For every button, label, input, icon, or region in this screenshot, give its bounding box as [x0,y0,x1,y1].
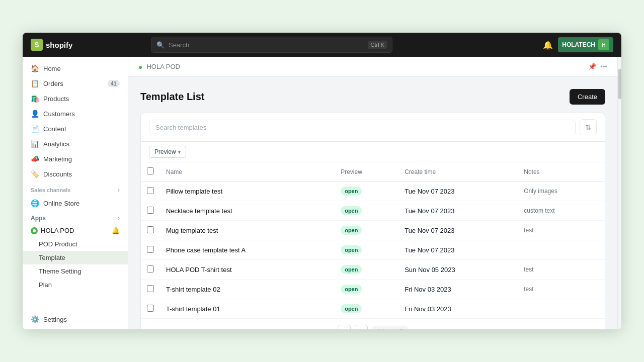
sidebar-item-analytics[interactable]: 📊 Analytics [23,136,128,151]
scrollbar-thumb[interactable] [618,69,621,99]
settings-label: Settings [43,316,67,323]
pin-icon[interactable]: 📌 [588,63,596,70]
sidebar-item-home[interactable]: 🏠 Home [23,61,128,76]
discounts-icon: 🏷️ [31,170,39,178]
row-checkbox-0[interactable] [147,187,154,194]
row-preview-3[interactable]: open [335,240,398,260]
row-name-1[interactable]: Necklace template test [160,201,335,221]
shopify-logo[interactable]: S shopify [31,39,72,51]
apps-section-header: Apps › [23,211,128,224]
sidebar-item-hola-pod[interactable]: HOLA POD 🔔 [23,224,128,237]
row-checkbox-cell [141,299,160,319]
hola-pod-dot-icon [31,227,38,234]
content-area: ● HOLA POD 📌 ••• Template List Create [128,57,617,329]
row-notes-6 [518,299,605,319]
row-preview-1[interactable]: open [335,201,398,221]
row-create-time-2: Tue Nov 07 2023 [398,221,518,240]
row-preview-4[interactable]: open [335,260,398,280]
sidebar-item-plan[interactable]: Plan [23,278,128,292]
search-icon: 🔍 [156,41,165,49]
row-name-2[interactable]: Mug template test [160,221,335,240]
sidebar-label-orders: Orders [43,80,63,87]
non-transferable-item[interactable]: ℹ️ Non-transferable [23,327,128,329]
table-row[interactable]: Pillow template test open Tue Nov 07 202… [141,182,605,201]
sidebar-item-online-store[interactable]: 🌐 Online Store [23,196,128,211]
sidebar: 🏠 Home 📋 Orders 41 🛍️ Products 👤 Custome… [23,57,128,329]
row-preview-0[interactable]: open [335,182,398,201]
sidebar-item-content[interactable]: 📄 Content [23,121,128,136]
select-all-checkbox[interactable] [147,167,154,174]
sidebar-item-customers[interactable]: 👤 Customers [23,106,128,121]
customers-icon: 👤 [31,110,39,118]
column-notes: Notes [518,162,605,182]
template-search-input[interactable] [149,120,576,135]
row-preview-5[interactable]: open [335,280,398,299]
template-table: Name Preview Create time Notes Pillow te… [141,162,605,318]
row-create-time-0: Tue Nov 07 2023 [398,182,518,201]
sidebar-item-pod-product[interactable]: POD Product [23,237,128,251]
row-name-3[interactable]: Phone case template test A [160,240,335,260]
more-options-icon[interactable]: ••• [600,63,607,70]
row-preview-2[interactable]: open [335,221,398,240]
breadcrumb-app-name: HOLA POD [146,63,180,70]
sidebar-item-products[interactable]: 🛍️ Products [23,91,128,106]
apps-expand-icon: › [118,215,120,222]
scrollbar[interactable] [617,57,621,329]
row-name-5[interactable]: T-shirt template 02 [160,280,335,299]
preview-filter-button[interactable]: Preview ▾ [149,146,186,158]
template-search-wrap [149,120,576,135]
row-name-0[interactable]: Pillow template test [160,182,335,201]
row-notes-4: test [518,260,605,280]
row-checkbox-cell [141,221,160,240]
row-checkbox-4[interactable] [147,265,154,273]
breadcrumb-bar: ● HOLA POD 📌 ••• [128,57,617,77]
sidebar-item-theme-setting[interactable]: Theme Setting [23,264,128,278]
row-checkbox-2[interactable] [147,226,154,233]
row-checkbox-cell [141,280,160,299]
sidebar-label-discounts: Discounts [43,170,72,178]
preview-filter-label: Preview [154,148,176,155]
notification-bell-icon[interactable]: 🔔 [543,40,553,50]
row-checkbox-3[interactable] [147,246,154,253]
table-row[interactable]: T-shirt template 01 open Fri Nov 03 2023 [141,299,605,319]
row-checkbox-5[interactable] [147,285,154,292]
sort-button[interactable]: ⇅ [580,119,597,135]
table-row[interactable]: HOLA POD T-shirt test open Sun Nov 05 20… [141,260,605,280]
sidebar-label-home: Home [43,65,61,72]
search-input[interactable] [169,41,364,49]
search-shortcut: Ctrl K [368,41,387,49]
pagination-info: 1/1 total:7 [372,326,409,329]
account-badge[interactable]: HOLATECH H [558,37,613,52]
top-navigation: S shopify 🔍 Ctrl K 🔔 HOLATECH H [23,33,621,57]
row-name-4[interactable]: HOLA POD T-shirt test [160,260,335,280]
sidebar-item-settings[interactable]: ⚙️ Settings [23,312,128,327]
sidebar-item-orders[interactable]: 📋 Orders 41 [23,76,128,91]
prev-page-button[interactable]: ‹ [338,325,351,329]
row-preview-6[interactable]: open [335,299,398,319]
table-row[interactable]: Phone case template test A open Tue Nov … [141,240,605,260]
row-checkbox-1[interactable] [147,207,154,214]
table-row[interactable]: Mug template test open Tue Nov 07 2023 t… [141,221,605,240]
account-label: HOLATECH [562,41,595,48]
sales-channels-section: Sales channels › [23,182,128,196]
row-name-6[interactable]: T-shirt template 01 [160,299,335,319]
search-bar[interactable]: 🔍 Ctrl K [151,37,392,53]
create-button[interactable]: Create [570,89,605,105]
main-area: 🏠 Home 📋 Orders 41 🛍️ Products 👤 Custome… [23,57,621,329]
next-page-button[interactable]: › [355,325,368,329]
sales-channels-arrow-icon: › [118,187,120,194]
row-create-time-4: Sun Nov 05 2023 [398,260,518,280]
row-checkbox-6[interactable] [147,305,154,312]
table-row[interactable]: Necklace template test open Tue Nov 07 2… [141,201,605,221]
sidebar-item-template[interactable]: Template [23,251,128,264]
row-create-time-3: Tue Nov 07 2023 [398,240,518,260]
row-notes-5: test [518,280,605,299]
sidebar-item-discounts[interactable]: 🏷️ Discounts [23,166,128,182]
column-name: Name [160,162,335,182]
sidebar-label-marketing: Marketing [43,155,72,163]
sidebar-item-marketing[interactable]: 📣 Marketing [23,151,128,166]
row-checkbox-cell [141,260,160,280]
shopify-logo-icon: S [31,39,43,51]
settings-icon: ⚙️ [31,315,39,323]
table-row[interactable]: T-shirt template 02 open Fri Nov 03 2023… [141,280,605,299]
